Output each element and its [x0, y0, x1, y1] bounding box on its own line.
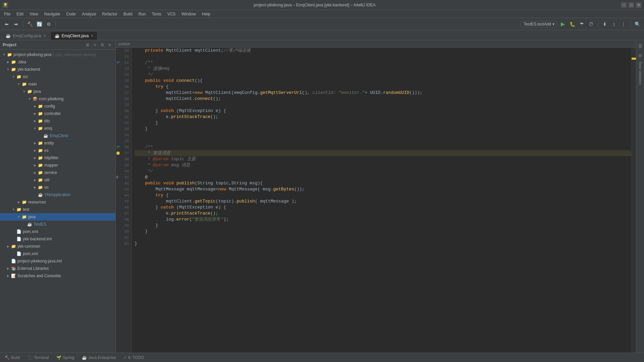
tree-item-test-java[interactable]: ▼ 📁 java — [0, 213, 115, 221]
tree-item-service[interactable]: ▶ 📁 service — [0, 169, 115, 176]
arrow-ext-libs: ▶ — [5, 266, 11, 271]
debug-button[interactable]: 🐛 — [568, 20, 576, 28]
menu-navigate[interactable]: Navigate — [42, 11, 63, 17]
toolbar-build-button[interactable]: 🔨 — [26, 20, 34, 28]
tree-item-resources[interactable]: ▶ 📁 resources — [0, 198, 115, 206]
menu-window[interactable]: Window — [179, 11, 199, 17]
tree-item-emq[interactable]: ▼ 📁 emq — [0, 125, 115, 132]
run-button[interactable]: ▶ — [559, 20, 567, 28]
tab-todo[interactable]: ✓ 6: TODO — [120, 355, 148, 361]
menu-code[interactable]: Code — [63, 11, 78, 17]
menu-edit[interactable]: Edit — [14, 11, 26, 17]
tree-item-testes[interactable]: ▶ ☕ TestES — [0, 221, 115, 228]
tree-item-config[interactable]: ▶ 📁 config — [0, 103, 115, 110]
tree-item-emqclient[interactable]: ▶ ☕ EmqClient — [0, 132, 115, 139]
tab-build[interactable]: 🔨 Build — [1, 355, 23, 361]
toolbar-settings-button[interactable]: ⚙ — [45, 20, 53, 28]
tree-item-pom[interactable]: ▶ 📄 pom.xml — [0, 228, 115, 235]
tree-item-ykk-common[interactable]: ▶ 📁 ykk-common — [0, 243, 115, 250]
tree-item-ykkapp[interactable]: ▶ ☕ YkkApplication — [0, 191, 115, 198]
code-line-48: log.error("发送消息异常"); — [135, 217, 631, 223]
menu-analyze[interactable]: Analyze — [79, 11, 99, 17]
gutter-warning-marker[interactable] — [632, 58, 636, 60]
tab-terminal[interactable]: ⬛ Terminal — [24, 355, 52, 361]
terminal-icon: ⬛ — [28, 355, 33, 360]
tab-close-emqconfig[interactable]: ✕ — [43, 34, 46, 38]
sidebar-close-button[interactable]: ✕ — [107, 42, 113, 48]
toolbar-sync-button[interactable]: 🔄 — [35, 20, 43, 28]
tree-item-scratches[interactable]: ▶ 📝 Scratches and Consoles — [0, 272, 115, 280]
database-icon[interactable]: 🗄 — [637, 43, 644, 50]
arrow-ykk-backend: ▼ — [5, 67, 11, 72]
minimize-button[interactable]: ─ — [621, 2, 627, 8]
menu-run[interactable]: Run — [136, 11, 149, 17]
tree-item-idea[interactable]: ▶ 📁 .idea — [0, 58, 115, 66]
tab-java-enterprise[interactable]: ☕ Java Enterprise — [78, 355, 119, 361]
menu-help[interactable]: Help — [199, 11, 213, 17]
sidebar-settings-button[interactable]: ⚙ — [99, 42, 105, 48]
tree-item-es[interactable]: ▶ 📁 es — [0, 147, 115, 154]
tab-close-emqclient[interactable]: ✕ — [91, 34, 93, 38]
tree-item-test[interactable]: ▼ 📁 test — [0, 206, 115, 213]
code-line-30: } catch (MqttException e) { — [135, 108, 631, 114]
menu-view[interactable]: View — [27, 11, 41, 17]
tree-item-dto[interactable]: ▶ 📁 dto — [0, 117, 115, 125]
ln-30: 30 — [116, 108, 131, 114]
tree-item-ykk-backend[interactable]: ▼ 📁 ykk-backend — [0, 66, 115, 73]
toolbar-more-button[interactable]: ⋮ — [620, 20, 628, 28]
tab-emqclient[interactable]: ☕ EmqClient.java ✕ — [50, 31, 98, 40]
toolbar-back-button[interactable]: ⬅ — [3, 20, 11, 28]
close-button[interactable]: ✕ — [636, 2, 641, 8]
side-panel-right: 🗄 ⚙ Bean Validation — [636, 40, 644, 353]
line-numbers: 20 21 22IF 23 24 25 26 27 28 29 30 31 32… — [116, 48, 132, 353]
menu-vcs[interactable]: VCS — [165, 11, 178, 17]
menu-build[interactable]: Build — [121, 11, 135, 17]
sidebar-collapse-button[interactable]: ≡ — [92, 42, 98, 48]
tab-emqconfig[interactable]: ☕ EmqConfig.java ✕ — [1, 31, 50, 40]
arrow-vo: ▶ — [32, 185, 38, 190]
tree-item-ext-libs[interactable]: ▶ 📚 External Libraries — [0, 265, 115, 272]
label-util: util — [44, 178, 49, 182]
toolbar-search-button[interactable]: 🔍 — [633, 20, 641, 28]
breadcrumb: publish — [116, 40, 636, 48]
run-config-selector[interactable]: TestES.testAdd ▾ — [521, 21, 557, 27]
menu-file[interactable]: File — [1, 11, 13, 17]
tree-item-pom-root[interactable]: ▶ 📄 pom.xml — [0, 250, 115, 257]
tree-item-java[interactable]: ▼ 📁 java — [0, 88, 115, 95]
profile-button[interactable]: ⏱ — [587, 20, 595, 28]
structure-icon[interactable]: ⚙ — [637, 52, 644, 59]
tree-item-root[interactable]: ▼ 📁 project-yikekong-java E:\ykk_code\pr… — [0, 51, 115, 58]
tree-item-main[interactable]: ▼ 📁 main — [0, 80, 115, 88]
tree-item-httpfilter[interactable]: ▶ 📁 httpfilter — [0, 154, 115, 162]
tree-item-controller[interactable]: ▶ 📁 controller — [0, 110, 115, 117]
toolbar-forward-button[interactable]: ➡ — [12, 20, 20, 28]
tree-item-ykk-iml[interactable]: ▶ 📄 ykk-backend.iml — [0, 235, 115, 243]
coverage-button[interactable]: ☂ — [578, 20, 586, 28]
maximize-button[interactable]: □ — [629, 2, 634, 8]
tab-spring[interactable]: 🌱 Spring — [53, 355, 78, 361]
code-content[interactable]: private MqttClient mqttClient;//客户端连接 /*… — [132, 48, 631, 353]
toolbar-separator-1 — [23, 21, 23, 27]
tree-item-vo[interactable]: ▶ 📁 vo — [0, 184, 115, 191]
icon-controller: 📁 — [38, 111, 43, 116]
right-gutter — [631, 48, 636, 353]
sidebar-expand-button[interactable]: ⊞ — [85, 42, 91, 48]
toolbar-vcs-button[interactable]: ↕ — [610, 20, 618, 28]
menu-refactor[interactable]: Refactor — [100, 11, 120, 17]
arrow-test-java: ▼ — [16, 214, 21, 220]
code-line-32: } — [135, 120, 631, 126]
code-line-42: public void publish(String topic,String … — [135, 180, 631, 186]
tree-item-com-yikekong[interactable]: ▼ 📦 com.yikekong — [0, 95, 115, 103]
bean-validation-icon[interactable]: Bean Validation — [636, 62, 644, 85]
tree-item-util[interactable]: ▶ 📁 util — [0, 176, 115, 184]
label-vo: vo — [44, 185, 49, 190]
tree-item-project-iml[interactable]: ▶ 📄 project-yikekong-java.iml — [0, 257, 115, 265]
code-container[interactable]: 20 21 22IF 23 24 25 26 27 28 29 30 31 32… — [116, 48, 636, 353]
menu-tools[interactable]: Tools — [149, 11, 164, 17]
tab-icon-emqclient: ☕ — [55, 34, 60, 38]
tree-item-src[interactable]: ▼ 📁 src — [0, 73, 115, 80]
toolbar-update-button[interactable]: ⬇ — [601, 20, 609, 28]
tree-item-entity[interactable]: ▶ 📁 entity — [0, 139, 115, 147]
ln-25: 25 — [116, 78, 131, 84]
tree-item-mapper[interactable]: ▶ 📁 mapper — [0, 162, 115, 169]
